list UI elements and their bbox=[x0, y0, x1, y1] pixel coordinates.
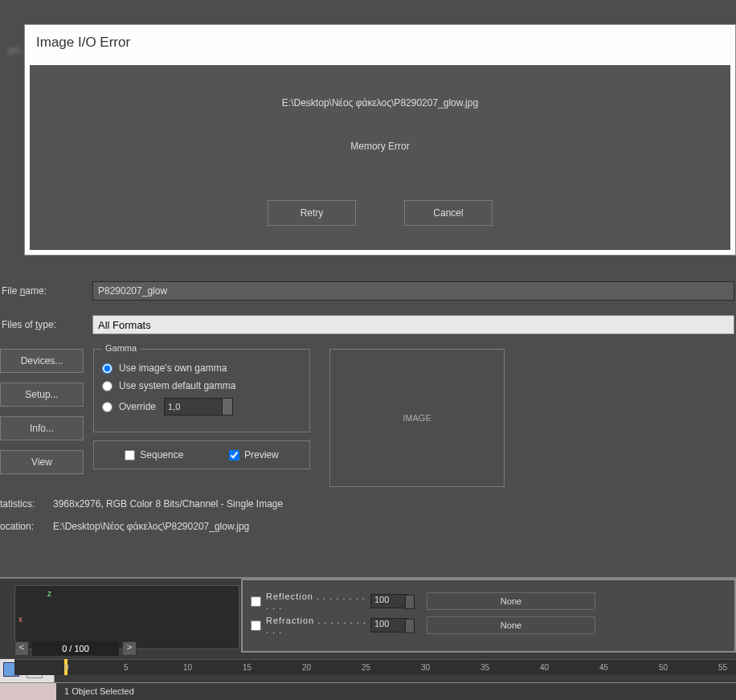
error-message: Memory Error bbox=[46, 141, 714, 152]
location-value: E:\Desktop\Νέος φάκελος\P8290207_glow.jp… bbox=[53, 521, 249, 532]
next-frame-button[interactable]: > bbox=[122, 641, 137, 656]
info-button[interactable]: Info... bbox=[0, 416, 84, 440]
reflection-map-checkbox[interactable] bbox=[251, 596, 261, 607]
filename-label: File name: bbox=[0, 285, 92, 297]
devices-button[interactable]: Devices... bbox=[0, 349, 84, 373]
gamma-system-radio[interactable]: Use system default gamma bbox=[102, 380, 301, 391]
mini-viewport[interactable]: z x bbox=[14, 585, 239, 649]
statistics-value: 3968x2976, RGB Color 8 Bits/Channel - Si… bbox=[53, 498, 283, 510]
sequence-checkbox-input[interactable] bbox=[125, 450, 135, 461]
frame-display[interactable]: 0 / 100 bbox=[32, 641, 119, 656]
retry-button[interactable]: Retry bbox=[268, 200, 356, 226]
status-text: 1 Object Selected bbox=[56, 683, 736, 700]
dialog-body: E:\Desktop\Νέος φάκελος\P8290207_glow.jp… bbox=[30, 65, 730, 250]
status-bar: 1 Object Selected bbox=[0, 682, 736, 700]
timeline-ruler[interactable]: 0 5 10 15 20 25 30 35 40 45 50 55 bbox=[14, 659, 736, 675]
cancel-button[interactable]: Cancel bbox=[404, 200, 493, 226]
gamma-override-radio[interactable]: Override 1,0 bbox=[102, 398, 301, 415]
sequence-checkbox[interactable]: Sequence bbox=[125, 449, 183, 461]
statistics-label: tatistics: bbox=[0, 498, 53, 510]
refraction-label: Refraction . . . . . . . . . . . bbox=[266, 616, 370, 635]
preview-checkbox-input[interactable] bbox=[229, 450, 239, 461]
location-label: ocation: bbox=[0, 521, 53, 532]
gamma-system-radio-input[interactable] bbox=[102, 381, 112, 391]
prev-frame-button[interactable]: < bbox=[14, 641, 29, 656]
dialog-title: Image I/O Error bbox=[25, 25, 735, 60]
frame-slider-controls: < 0 / 100 > bbox=[14, 641, 137, 656]
app-bottom-area: z x Reflection . . . . . . . . . . . 100… bbox=[0, 577, 736, 700]
gamma-override-radio-input[interactable] bbox=[102, 402, 112, 412]
gamma-group: Gamma Use image's own gamma Use system d… bbox=[93, 349, 310, 432]
filetype-label: Files of type: bbox=[0, 319, 92, 330]
file-open-panel: File name: Files of type: All Formats De… bbox=[0, 281, 736, 532]
sequence-preview-group: Sequence Preview bbox=[93, 440, 310, 469]
refraction-map-checkbox[interactable] bbox=[251, 620, 261, 631]
refraction-amount-spinner[interactable]: 100 bbox=[370, 618, 407, 632]
refraction-map-button[interactable]: None bbox=[427, 616, 595, 634]
error-file-path: E:\Desktop\Νέος φάκελος\P8290207_glow.jp… bbox=[46, 97, 714, 108]
filename-input[interactable] bbox=[92, 281, 734, 301]
reflection-label: Reflection . . . . . . . . . . . bbox=[266, 592, 370, 611]
material-maps-panel: Reflection . . . . . . . . . . . 100 Non… bbox=[241, 579, 736, 653]
preview-checkbox[interactable]: Preview bbox=[229, 449, 279, 461]
gamma-own-radio[interactable]: Use image's own gamma bbox=[102, 362, 301, 374]
setup-button[interactable]: Setup... bbox=[0, 383, 84, 407]
gamma-legend: Gamma bbox=[102, 343, 140, 353]
view-button[interactable]: View bbox=[0, 450, 84, 474]
gamma-override-spinner[interactable]: 1,0 bbox=[164, 398, 233, 415]
reflection-amount-spinner[interactable]: 100 bbox=[370, 594, 407, 608]
filetype-combo[interactable]: All Formats bbox=[92, 315, 734, 334]
gamma-own-radio-input[interactable] bbox=[102, 363, 112, 374]
z-axis-icon: z bbox=[47, 589, 51, 598]
reflection-map-button[interactable]: None bbox=[427, 592, 595, 610]
image-io-error-dialog: Image I/O Error E:\Desktop\Νέος φάκελος\… bbox=[24, 24, 736, 256]
image-preview-box: IMAGE bbox=[329, 349, 505, 487]
x-axis-icon: x bbox=[18, 615, 22, 624]
